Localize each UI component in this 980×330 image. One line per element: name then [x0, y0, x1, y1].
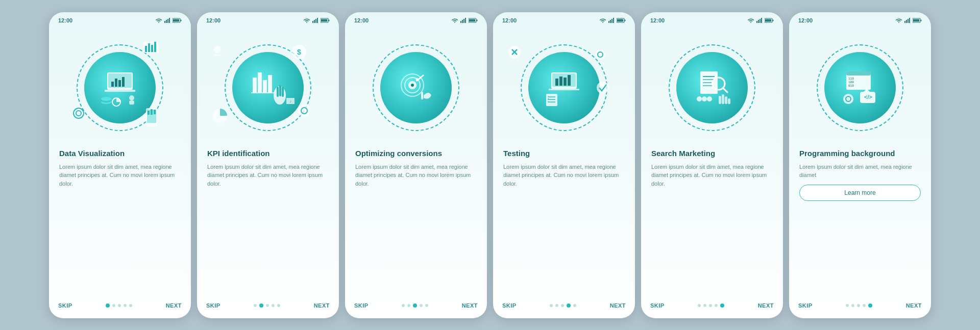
svg-rect-32 [312, 21, 313, 23]
svg-point-51 [298, 105, 310, 117]
bottom-nav-5: SKIP NEXT [641, 295, 783, 318]
content-area-4: Testing Lorem ipsum dolor sit dim amet, … [493, 149, 635, 295]
svg-rect-23 [151, 45, 153, 52]
svg-rect-19 [129, 100, 134, 105]
svg-text:$: $ [297, 48, 301, 56]
skip-button-6[interactable]: SKIP [798, 302, 813, 309]
screen-title-3: Optimizing conversions [355, 149, 477, 158]
bottom-nav-4: SKIP NEXT [493, 295, 635, 318]
dot-2-5 [703, 304, 706, 307]
dot-2-3 [407, 304, 410, 307]
svg-rect-58 [463, 19, 464, 23]
battery-icon-5 [765, 18, 774, 23]
status-icons-1 [155, 18, 182, 23]
svg-rect-62 [477, 19, 478, 21]
next-button-2[interactable]: NEXT [314, 302, 330, 309]
next-button-5[interactable]: NEXT [758, 302, 774, 309]
svg-rect-35 [317, 18, 318, 23]
svg-text:100: 100 [848, 80, 854, 84]
learn-more-button[interactable]: Learn more [799, 185, 921, 201]
screen-title-1: Data Visualization [59, 149, 181, 158]
skip-button-4[interactable]: SKIP [502, 302, 517, 309]
phones-container: 12:00 [39, 2, 941, 328]
signal-icon-1 [164, 18, 170, 23]
svg-point-31 [76, 111, 81, 116]
svg-rect-40 [258, 72, 262, 93]
content-area-1: Data Visualization Lorem ipsum dolor sit… [49, 149, 191, 295]
phone-data-visualization: 12:00 [49, 12, 191, 318]
svg-rect-42 [268, 75, 272, 93]
signal-icon-5 [756, 18, 763, 23]
dot-1-4 [550, 304, 553, 307]
svg-rect-118 [904, 21, 905, 23]
dot-active-3 [413, 303, 417, 308]
svg-rect-117 [728, 98, 730, 104]
icon-area-5 [641, 27, 783, 149]
svg-point-94 [597, 82, 609, 94]
time-4: 12:00 [502, 17, 517, 23]
svg-rect-1 [166, 20, 167, 23]
skip-button-3[interactable]: SKIP [354, 302, 369, 309]
skip-button-2[interactable]: SKIP [206, 302, 220, 309]
content-area-2: KPI identification Lorem ipsum dolor sit… [197, 149, 339, 295]
svg-rect-99 [760, 19, 761, 23]
svg-rect-100 [761, 18, 762, 23]
svg-rect-76 [625, 19, 626, 21]
dot-5-1 [129, 304, 132, 307]
dot-4-1 [124, 304, 127, 307]
screen-body-1: Lorem ipsum dolor sit dim amet, mea regi… [59, 163, 181, 188]
svg-rect-114 [719, 96, 721, 104]
svg-rect-24 [154, 42, 156, 52]
skip-button-5[interactable]: SKIP [650, 302, 665, 309]
svg-rect-115 [722, 94, 724, 104]
skip-button-1[interactable]: SKIP [58, 302, 72, 309]
dot-active-5 [720, 303, 724, 308]
battery-icon-1 [173, 18, 182, 23]
svg-rect-27 [148, 111, 150, 115]
dot-5-3 [425, 304, 428, 307]
dot-3-4 [561, 304, 564, 307]
svg-rect-120 [908, 19, 909, 23]
icon-circle-6: 110 100 010 </> [824, 52, 896, 123]
svg-rect-3 [169, 18, 170, 23]
status-icons-4 [599, 18, 626, 23]
dot-1-2 [254, 304, 257, 307]
dot-4-5 [715, 304, 718, 307]
dots-4 [550, 303, 576, 308]
signal-icon-4 [608, 18, 615, 23]
screen-title-5: Search Marketing [651, 149, 773, 158]
dots-6 [846, 303, 872, 308]
dot-3-1 [118, 304, 121, 307]
svg-rect-46 [279, 85, 281, 96]
svg-rect-6 [181, 19, 182, 21]
dot-3-2 [266, 304, 269, 307]
conversions-icon [393, 67, 439, 108]
next-button-6[interactable]: NEXT [906, 302, 922, 309]
svg-rect-21 [145, 46, 147, 52]
svg-rect-38 [329, 19, 330, 21]
data-viz-icon [97, 67, 143, 108]
svg-point-30 [74, 108, 84, 118]
svg-point-53 [214, 46, 221, 53]
svg-rect-97 [756, 21, 757, 23]
dot-active-1 [106, 303, 110, 308]
next-button-1[interactable]: NEXT [166, 302, 182, 309]
next-button-3[interactable]: NEXT [462, 302, 478, 309]
svg-rect-81 [564, 78, 567, 86]
programming-icon: 110 100 010 </> [837, 67, 883, 108]
status-icons-5 [747, 18, 774, 23]
svg-rect-61 [469, 19, 475, 21]
svg-rect-121 [909, 18, 910, 23]
svg-point-95 [595, 49, 605, 60]
svg-point-111 [697, 96, 702, 101]
svg-point-68 [411, 84, 414, 87]
next-button-4[interactable]: NEXT [610, 302, 626, 309]
bottom-nav-2: SKIP NEXT [197, 295, 339, 318]
svg-rect-34 [315, 19, 316, 23]
dot-2-1 [112, 304, 115, 307]
status-bar-5: 12:00 [641, 12, 783, 27]
time-1: 12:00 [58, 17, 72, 23]
svg-rect-11 [118, 80, 121, 87]
dot-1-6 [846, 304, 849, 307]
battery-icon-3 [469, 18, 478, 23]
